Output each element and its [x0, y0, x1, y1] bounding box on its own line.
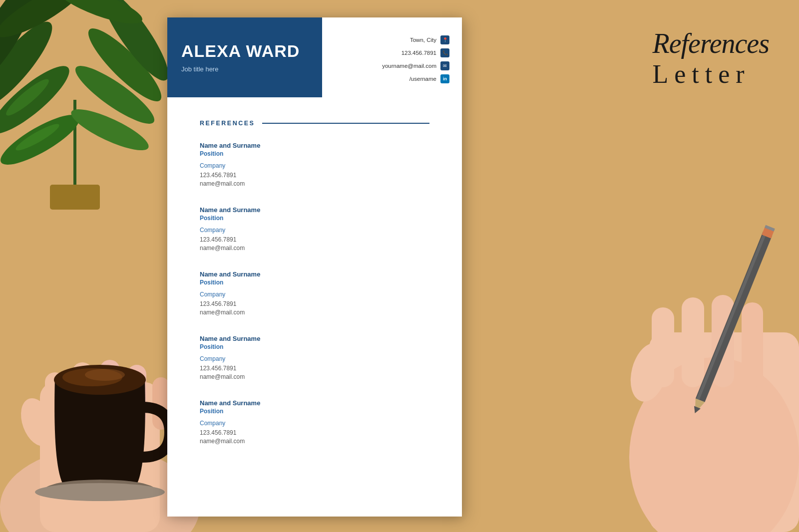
- svg-point-24: [85, 369, 125, 381]
- reference-entry-1: Name and Surname Position Company 123.45…: [200, 142, 429, 187]
- linkedin-text: /username: [409, 76, 436, 82]
- ref2-company: Company: [200, 227, 429, 234]
- contact-linkedin: /username in: [330, 74, 449, 83]
- email-icon: ✉: [440, 61, 449, 70]
- ref4-email: name@mail.com: [200, 373, 429, 380]
- ref3-phone: 123.456.7891: [200, 300, 429, 307]
- reference-entry-2: Name and Surname Position Company 123.45…: [200, 206, 429, 252]
- reference-entry-4: Name and Surname Position Company 123.45…: [200, 335, 429, 380]
- reference-entry-3: Name and Surname Position Company 123.45…: [200, 270, 429, 316]
- references-title-text: REFERENCES: [200, 120, 262, 127]
- job-title: Job title here: [181, 65, 308, 73]
- ref3-name: Name and Surname: [200, 270, 429, 278]
- ref5-company: Company: [200, 420, 429, 427]
- ref1-position: Position: [200, 150, 429, 157]
- svg-rect-30: [682, 297, 704, 387]
- ref1-phone: 123.456.7891: [200, 172, 429, 179]
- references-section-title: REFERENCES: [200, 120, 429, 127]
- ref3-position: Position: [200, 279, 429, 286]
- contact-block: Town, City 📍 123.456.7891 📞 yourname@mai…: [322, 17, 462, 97]
- title-letter-text: Letter: [652, 59, 769, 89]
- phone-text: 123.456.7891: [401, 50, 436, 56]
- ref2-email: name@mail.com: [200, 245, 429, 252]
- page-title-block: References Letter: [652, 27, 769, 89]
- ref1-name: Name and Surname: [200, 142, 429, 149]
- svg-point-26: [35, 483, 165, 501]
- document-paper: ALEXA WARD Job title here Town, City 📍 1…: [167, 17, 462, 517]
- reference-entry-5: Name and Surname Position Company 123.45…: [200, 399, 429, 445]
- ref4-phone: 123.456.7891: [200, 365, 429, 372]
- ref2-name: Name and Surname: [200, 206, 429, 214]
- contact-email: yourname@mail.com ✉: [330, 61, 449, 70]
- contact-phone: 123.456.7891 📞: [330, 48, 449, 57]
- plant-decoration: [0, 0, 170, 210]
- contact-city: Town, City 📍: [330, 35, 449, 44]
- document-content: REFERENCES Name and Surname Position Com…: [167, 97, 462, 484]
- ref4-name: Name and Surname: [200, 335, 429, 342]
- ref3-email: name@mail.com: [200, 309, 429, 316]
- email-text: yourname@mail.com: [382, 63, 436, 69]
- linkedin-icon: in: [440, 74, 449, 83]
- ref1-company: Company: [200, 162, 429, 169]
- city-text: Town, City: [410, 37, 436, 43]
- ref4-position: Position: [200, 343, 429, 350]
- title-references-text: References: [652, 27, 769, 59]
- ref3-company: Company: [200, 291, 429, 298]
- title-divider: [262, 123, 429, 124]
- ref5-email: name@mail.com: [200, 438, 429, 445]
- ref2-position: Position: [200, 215, 429, 222]
- ref5-phone: 123.456.7891: [200, 429, 429, 436]
- location-icon: 📍: [440, 35, 449, 44]
- phone-icon: 📞: [440, 48, 449, 57]
- ref5-position: Position: [200, 408, 429, 415]
- references-list: Name and Surname Position Company 123.45…: [200, 142, 429, 445]
- ref5-name: Name and Surname: [200, 399, 429, 407]
- person-name: ALEXA WARD: [181, 42, 308, 60]
- ref4-company: Company: [200, 355, 429, 362]
- name-block: ALEXA WARD Job title here: [167, 17, 322, 97]
- ref2-phone: 123.456.7891: [200, 236, 429, 243]
- hand-pencil-area: [574, 183, 799, 532]
- ref1-email: name@mail.com: [200, 180, 429, 187]
- document-header: ALEXA WARD Job title here Town, City 📍 1…: [167, 17, 462, 97]
- svg-rect-32: [742, 302, 763, 387]
